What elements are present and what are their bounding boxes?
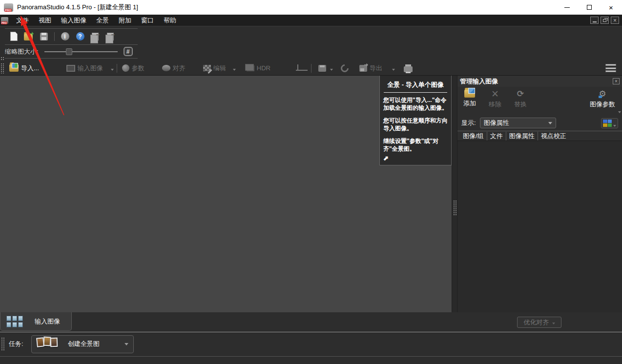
align-button[interactable]: 对齐 <box>159 64 188 73</box>
menu-file[interactable]: 文件 <box>11 15 34 26</box>
save-project-button[interactable] <box>39 32 49 41</box>
print-button[interactable] <box>401 64 415 72</box>
hint-title-rule <box>384 92 447 93</box>
hint-paragraph: 继续设置"参数"或"对齐"全景图。 <box>383 138 448 153</box>
replace-arrows-icon: ⟳ <box>517 90 524 99</box>
open-project-button[interactable] <box>24 32 34 41</box>
tab-input-images[interactable]: 输入图像 <box>0 312 72 331</box>
export-icon <box>359 65 367 72</box>
help-button[interactable]: ? <box>75 32 85 41</box>
parameters-button[interactable]: 参数 <box>119 64 147 73</box>
slider-track <box>44 51 118 52</box>
printer-icon <box>404 66 413 72</box>
menu-panorama[interactable]: 全景 <box>91 15 114 26</box>
render-button[interactable] <box>338 64 352 72</box>
crop-button[interactable] <box>293 64 306 72</box>
panel-close-icon[interactable]: × <box>613 78 620 84</box>
collapse-panel-icon[interactable]: ⬈ <box>383 154 389 162</box>
menu-view[interactable]: 视图 <box>34 15 56 26</box>
mdi-minimize-button[interactable] <box>590 17 599 24</box>
panel-splitter[interactable] <box>452 76 457 312</box>
remove-image-button[interactable]: ✕ 移除 <box>489 90 501 109</box>
maximize-button[interactable] <box>578 0 600 15</box>
show-row: 显示: 图像属性 <box>457 115 622 131</box>
input-images-dropdown[interactable] <box>111 69 114 71</box>
column-image-group[interactable]: 图像/组 <box>460 132 487 141</box>
image-list-area[interactable] <box>457 141 622 312</box>
hint-paragraph: 您可以按任意顺序和方向导入图像。 <box>383 117 448 132</box>
column-viewpoint-correction[interactable]: 视点校正 <box>538 132 569 141</box>
export-dropdown[interactable] <box>392 69 395 71</box>
edit-button[interactable]: 编辑 <box>200 64 229 73</box>
add-images-button[interactable]: 添加 <box>463 90 476 108</box>
menu-help[interactable]: 帮助 <box>159 15 181 26</box>
toolbar-separator <box>54 32 55 41</box>
task-label: 任务: <box>9 340 23 348</box>
duplicate-button[interactable] <box>105 32 115 41</box>
slider-handle[interactable] <box>66 48 72 55</box>
parameters-sphere-icon <box>122 64 129 72</box>
new-project-button[interactable] <box>9 32 19 41</box>
toolbar-menu-button[interactable] <box>605 64 616 72</box>
hdr-button[interactable]: HDR <box>242 64 273 72</box>
mdi-close-button[interactable]: × <box>611 17 619 24</box>
taskbar-grip[interactable] <box>1 337 5 351</box>
show-select-value: 图像属性 <box>484 119 509 127</box>
view-mode-dropdown[interactable] <box>613 125 616 127</box>
import-button[interactable]: 导入... <box>6 64 42 73</box>
thumbnail-size-label: 缩略图大小: <box>5 47 39 56</box>
mdi-restore-button[interactable] <box>601 17 609 24</box>
show-select[interactable]: 图像属性 <box>480 118 556 128</box>
save-panorama-button[interactable] <box>315 65 329 72</box>
toolbar-separator <box>117 64 117 73</box>
view-mode-button[interactable] <box>601 118 618 128</box>
optimize-align-button[interactable]: 优化对齐 <box>517 317 561 328</box>
add-folder-icon <box>464 90 475 98</box>
hint-panel-title: 全景 - 导入单个图像 <box>383 79 448 89</box>
menu-input-images[interactable]: 输入图像 <box>56 15 91 26</box>
duplicate-pages-icon <box>107 33 114 40</box>
save-icon <box>40 33 48 40</box>
thumbnails-icon <box>6 316 23 327</box>
copy-button[interactable] <box>90 32 100 41</box>
toolbar-grip[interactable] <box>0 63 4 74</box>
panorama-collage-icon <box>37 337 59 351</box>
optimize-dropdown[interactable] <box>552 323 555 324</box>
menu-extras[interactable]: 附加 <box>114 15 136 26</box>
task-select[interactable]: 创建全景图 <box>31 335 134 353</box>
column-file[interactable]: 文件 <box>487 132 506 141</box>
bottom-tab-strip: 输入图像 优化对齐 <box>0 312 622 332</box>
image-parameters-dropdown[interactable] <box>618 111 621 113</box>
menu-window[interactable]: 窗口 <box>136 15 159 26</box>
import-folder-icon <box>9 64 19 72</box>
edit-dropdown[interactable] <box>233 69 236 71</box>
splitter-grip[interactable] <box>453 200 457 216</box>
window-title: PanoramaStudio 4.1.5 Pro - [新建全景图 1] <box>17 3 138 12</box>
title-bar: PanoramaStudio 4.1.5 Pro - [新建全景图 1] × <box>0 0 622 15</box>
number-toggle-button[interactable]: # <box>124 47 133 56</box>
minimize-button[interactable] <box>556 0 578 15</box>
task-select-value: 创建全景图 <box>68 340 100 348</box>
save-dropdown[interactable] <box>330 69 333 71</box>
save-result-icon <box>318 65 326 72</box>
manage-input-images-panel: 管理输入图像 × 添加 ✕ 移除 ⟳ 替换 ⚙ 图像参数 显示: <box>457 76 622 312</box>
info-button[interactable]: i <box>60 32 70 41</box>
input-images-button[interactable]: 输入图像 <box>63 64 106 73</box>
image-frame-icon <box>66 65 75 72</box>
panel-header: 管理输入图像 × <box>457 76 622 87</box>
replace-image-button[interactable]: ⟳ 替换 <box>514 90 527 109</box>
edit-flag-icon <box>203 65 211 71</box>
grid-view-icon <box>603 120 612 127</box>
export-button[interactable]: 导出 <box>356 64 385 73</box>
chevron-down-icon <box>548 122 552 124</box>
show-label: 显示: <box>461 119 476 127</box>
thumbnail-size-slider[interactable] <box>44 48 118 55</box>
close-button[interactable]: × <box>600 0 622 15</box>
image-parameters-button[interactable]: ⚙ 图像参数 <box>590 90 618 109</box>
crop-icon <box>296 64 303 72</box>
column-image-properties[interactable]: 图像属性 <box>506 132 538 141</box>
status-bar <box>0 356 622 364</box>
toolbar-separator <box>311 64 311 73</box>
new-document-icon <box>10 32 18 41</box>
app-icon <box>4 3 13 12</box>
